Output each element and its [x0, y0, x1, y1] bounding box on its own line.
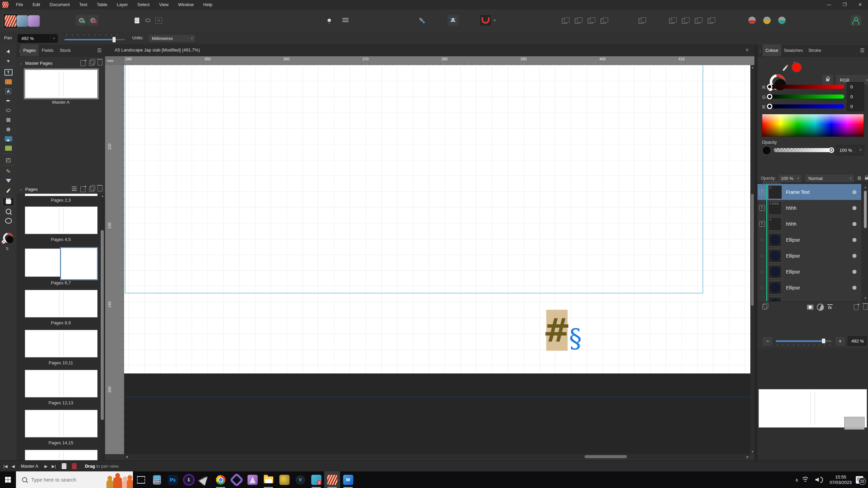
scroll-down-icon[interactable]: ▼	[751, 450, 754, 453]
picture-frame-ellipse-tool[interactable]: ⊗	[3, 125, 14, 134]
hidden-icons-chevron[interactable]: ∧	[795, 477, 798, 483]
current-page-name[interactable]: Master A	[21, 464, 38, 469]
fx-icon[interactable]: fx	[827, 304, 833, 310]
r-slider-handle[interactable]	[767, 84, 772, 89]
page-spread-6-7[interactable]	[25, 247, 97, 278]
geometry-divide-button[interactable]	[776, 15, 787, 26]
photoshop-button[interactable]: Ps	[165, 471, 181, 488]
zoom-slider-handle[interactable]	[113, 37, 116, 42]
speaker-icon[interactable]	[815, 478, 819, 482]
text-frame-bottom-edge[interactable]	[125, 293, 703, 293]
loop-button[interactable]	[229, 471, 244, 488]
selected-hash-glyph[interactable]: #	[546, 310, 568, 351]
taskbar-clock[interactable]: 15:55 07/03/2023	[830, 474, 852, 485]
snapping-magnet-button[interactable]	[480, 15, 491, 26]
scroll-up-icon[interactable]: ▲	[101, 194, 104, 198]
page-thumbnail[interactable]	[25, 370, 98, 398]
scroll-left-icon[interactable]: ◀	[125, 455, 128, 459]
tab-fields[interactable]: Fields	[39, 44, 57, 56]
mask-layer-icon[interactable]	[807, 305, 814, 310]
preflight-brush-button[interactable]: ✎	[416, 15, 427, 26]
duplicate-layer-icon[interactable]	[762, 304, 767, 310]
frame-text-tool[interactable]: T	[3, 68, 14, 77]
page-view-icon[interactable]	[62, 463, 66, 469]
page-thumbnail[interactable]	[25, 410, 98, 438]
navigator-preview[interactable]	[757, 348, 868, 460]
page-label[interactable]: Pages 2,3	[17, 198, 105, 203]
layer-visibility-toggle[interactable]	[852, 238, 856, 242]
vertical-ruler[interactable]: 120 130 140 150	[105, 65, 124, 454]
add-page-icon[interactable]	[80, 186, 85, 192]
teal-app-button[interactable]: 6	[308, 471, 324, 488]
chrome-button[interactable]	[213, 471, 229, 488]
layer-thumbnail[interactable]	[768, 233, 782, 247]
layer-thumbnail[interactable]	[768, 265, 782, 279]
pages-header[interactable]: ⌄ Pages	[17, 184, 105, 194]
first-page-icon[interactable]: |◀	[3, 464, 7, 469]
page-preview-button[interactable]	[132, 15, 142, 26]
vector-crop-tool[interactable]: ◰	[3, 156, 14, 164]
preferences-gear-button[interactable]: ⚙	[76, 15, 87, 26]
transparency-tool[interactable]	[3, 177, 14, 185]
menu-table[interactable]: Table	[92, 0, 112, 9]
navigator-viewport-rect[interactable]	[844, 417, 865, 430]
adjustment-layer-icon[interactable]	[817, 304, 824, 311]
canvas-vertical-scrollbar[interactable]: ▲ ▼	[750, 65, 754, 454]
panel-menu-icon[interactable]: ☰	[97, 47, 105, 54]
minimize-button[interactable]: —	[821, 0, 837, 9]
page-label[interactable]: Pages 8,9	[17, 320, 105, 325]
chevron-down-icon[interactable]: ⌄	[17, 61, 25, 65]
horizontal-ruler[interactable]: 340 350 360 370 380 390 400 410	[124, 56, 754, 65]
layer-visibility-toggle[interactable]	[852, 270, 856, 274]
layer-thumbnail[interactable]	[768, 249, 782, 263]
notification-center-icon[interactable]: 22	[856, 476, 863, 484]
pages-list[interactable]: Pages 2,3 Pages 4,5 Pages 6,7 Pages 8,9 …	[17, 194, 105, 460]
page-thumbnail[interactable]	[25, 330, 98, 358]
previous-page-icon[interactable]: ◀	[12, 464, 15, 469]
designer-cursor-button[interactable]	[197, 471, 213, 488]
scroll-up-icon[interactable]: ▲	[864, 185, 867, 189]
colour-spectrum[interactable]	[762, 114, 864, 137]
menu-select[interactable]: Select	[133, 0, 154, 9]
word-button[interactable]: W	[340, 471, 356, 488]
guides-pin-button[interactable]	[324, 15, 335, 26]
colour-lock-button[interactable]	[822, 74, 833, 86]
zoom-slider[interactable]	[64, 39, 125, 40]
style-picker-tool[interactable]: ✎	[3, 167, 14, 176]
master-a-label[interactable]: Master A	[17, 100, 105, 105]
blend-mode-dropdown[interactable]: Normal˅	[805, 174, 854, 183]
duplicate-master-icon[interactable]	[89, 60, 94, 66]
art-text-tool[interactable]: A	[3, 87, 14, 96]
move-tool[interactable]: ➤	[3, 47, 14, 56]
last-page-icon[interactable]: ▶|	[52, 464, 56, 469]
text-wrap-button[interactable]: ⬭	[142, 15, 153, 26]
layer-row-ellipse-1[interactable]: ∷ Ellipse	[757, 232, 861, 248]
colour-picker-tool[interactable]	[3, 186, 14, 195]
layer-name[interactable]: hhhh	[786, 221, 796, 227]
start-button[interactable]	[0, 471, 16, 488]
next-page-icon[interactable]: ▶	[44, 464, 47, 469]
layer-lock-icon[interactable]	[865, 177, 868, 180]
spread-view-icon[interactable]	[72, 463, 77, 469]
account-button[interactable]	[850, 15, 861, 26]
page-label[interactable]: Pages 10,11	[17, 360, 105, 365]
section-marker-icon[interactable]	[72, 186, 77, 191]
panel-menu-icon[interactable]: ☰	[860, 47, 868, 54]
opacity-value-dropdown[interactable]: 100 % ˅	[836, 145, 864, 155]
menu-view[interactable]: View	[154, 0, 173, 9]
chevron-down-icon[interactable]: ⌄	[17, 187, 25, 191]
g-slider-handle[interactable]	[767, 94, 772, 99]
shape-tool[interactable]	[3, 217, 14, 225]
layer-row-frame-text[interactable]: T # Frame Text	[757, 184, 861, 200]
menu-file[interactable]: File	[11, 0, 28, 9]
r-value[interactable]: 0	[847, 82, 864, 92]
layer-thumbnail[interactable]: # hhhh	[768, 201, 782, 215]
master-pages-header[interactable]: ⌄ Master Pages	[17, 58, 105, 68]
layers-scrollbar-thumb[interactable]	[864, 191, 867, 228]
g-value[interactable]: 0	[847, 92, 864, 101]
affinity-publisher-button[interactable]	[324, 471, 340, 488]
fields-tool[interactable]	[3, 144, 14, 152]
layer-visibility-toggle[interactable]	[852, 190, 856, 194]
text-ruler-button[interactable]: A	[448, 15, 458, 26]
delete-page-icon[interactable]	[98, 186, 102, 191]
